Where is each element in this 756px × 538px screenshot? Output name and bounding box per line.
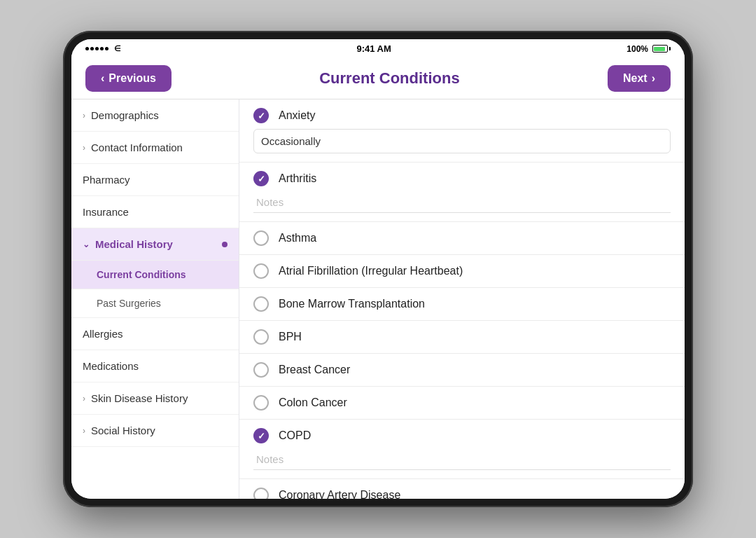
condition-item: Atrial Fibrillation (Irregular Heartbeat… — [239, 255, 685, 288]
status-right: 100% — [626, 44, 671, 54]
condition-item: Arthritis — [239, 163, 685, 222]
condition-row: Arthritis — [253, 171, 671, 186]
condition-item: BPH — [239, 321, 685, 354]
page-title: Current Conditions — [319, 69, 459, 88]
condition-row: Breast Cancer — [253, 362, 671, 378]
condition-label: BPH — [279, 331, 302, 343]
chevron-right-icon: › — [83, 111, 85, 120]
main-content: › Demographics › Contact Information Pha… — [71, 99, 685, 499]
condition-item: COPD — [239, 420, 685, 479]
checkbox-unchecked[interactable] — [253, 488, 269, 499]
sidebar-item-contact-information[interactable]: › Contact Information — [71, 132, 239, 164]
conditions-panel: AnxietyArthritisAsthmaAtrial Fibrillatio… — [239, 99, 685, 499]
sidebar-item-label: Insurance — [83, 206, 129, 218]
sidebar-item-insurance[interactable]: Insurance — [71, 196, 239, 228]
next-button[interactable]: Next › — [608, 65, 671, 92]
checkbox-unchecked[interactable] — [253, 362, 269, 378]
status-left: ∈ — [85, 44, 121, 53]
checkbox-checked[interactable] — [253, 428, 269, 443]
sidebar-item-label: Contact Information — [91, 142, 183, 153]
checkbox-unchecked[interactable] — [253, 263, 269, 279]
sidebar-item-label: Demographics — [91, 109, 159, 121]
condition-label: Colon Cancer — [279, 396, 347, 409]
device-frame: ∈ 9:41 AM 100% ‹ Previous Current Condit… — [63, 31, 693, 507]
checkbox-checked[interactable] — [253, 171, 269, 186]
notes-input[interactable] — [253, 192, 671, 213]
device-screen: ∈ 9:41 AM 100% ‹ Previous Current Condit… — [71, 39, 685, 499]
sidebar-item-label: Skin Disease History — [91, 392, 188, 404]
previous-label: Previous — [108, 72, 156, 85]
condition-item: Breast Cancer — [239, 354, 685, 387]
sidebar-item-label: Pharmacy — [83, 174, 130, 186]
sidebar-item-label: Social History — [91, 425, 155, 436]
sidebar-item-label: Medications — [83, 360, 139, 372]
chevron-right-icon: › — [83, 143, 85, 153]
battery-icon — [652, 45, 671, 53]
chevron-down-icon: ⌄ — [83, 240, 90, 249]
condition-item: Coronary Artery Disease — [239, 479, 685, 499]
notes-input[interactable] — [253, 449, 671, 470]
sub-item-label: Past Surgeries — [97, 298, 161, 309]
checkbox-unchecked[interactable] — [253, 230, 269, 246]
condition-label: COPD — [279, 429, 311, 442]
sidebar-item-medical-history[interactable]: ⌄ Medical History — [71, 228, 239, 261]
condition-row: COPD — [253, 428, 671, 443]
condition-row: Asthma — [253, 230, 671, 246]
condition-row: Atrial Fibrillation (Irregular Heartbeat… — [253, 263, 671, 279]
condition-label: Coronary Artery Disease — [279, 489, 400, 499]
sidebar-item-skin-disease-history[interactable]: › Skin Disease History — [71, 382, 239, 415]
sidebar-item-medications[interactable]: Medications — [71, 350, 239, 382]
battery-label: 100% — [626, 44, 648, 54]
chevron-left-icon: ‹ — [101, 72, 104, 85]
condition-label: Asthma — [279, 232, 316, 244]
chevron-right-icon: › — [652, 72, 655, 85]
sidebar: › Demographics › Contact Information Pha… — [71, 99, 239, 499]
checkbox-unchecked[interactable] — [253, 329, 269, 345]
condition-label: Breast Cancer — [279, 364, 350, 376]
wifi-icon: ∈ — [114, 44, 121, 53]
notes-input[interactable] — [253, 129, 671, 153]
condition-row: Coronary Artery Disease — [253, 488, 671, 499]
active-dot — [222, 242, 227, 247]
chevron-right-icon: › — [83, 426, 85, 436]
previous-button[interactable]: ‹ Previous — [85, 65, 172, 92]
sidebar-sub-item-past-surgeries[interactable]: Past Surgeries — [71, 289, 239, 318]
condition-item: Colon Cancer — [239, 387, 685, 420]
condition-label: Bone Marrow Transplantation — [279, 298, 425, 310]
sidebar-item-pharmacy[interactable]: Pharmacy — [71, 164, 239, 196]
condition-row: BPH — [253, 329, 671, 345]
sidebar-item-label: Allergies — [83, 328, 123, 340]
sidebar-item-demographics[interactable]: › Demographics — [71, 99, 239, 132]
condition-item: Asthma — [239, 222, 685, 255]
sidebar-item-label: Medical History — [95, 238, 173, 250]
app-header: ‹ Previous Current Conditions Next › — [71, 58, 685, 99]
signal-icon — [85, 47, 108, 50]
sub-item-label: Current Conditions — [97, 269, 186, 280]
checkbox-unchecked[interactable] — [253, 296, 269, 312]
sidebar-item-allergies[interactable]: Allergies — [71, 318, 239, 350]
checkbox-unchecked[interactable] — [253, 395, 269, 411]
condition-row: Bone Marrow Transplantation — [253, 296, 671, 312]
condition-row: Colon Cancer — [253, 395, 671, 411]
sidebar-item-social-history[interactable]: › Social History — [71, 415, 239, 447]
condition-item: Bone Marrow Transplantation — [239, 288, 685, 321]
condition-label: Anxiety — [279, 109, 315, 122]
checkbox-checked[interactable] — [253, 108, 269, 123]
sidebar-sub-item-current-conditions[interactable]: Current Conditions — [71, 261, 239, 289]
condition-row: Anxiety — [253, 108, 671, 123]
condition-label: Atrial Fibrillation (Irregular Heartbeat… — [279, 265, 463, 277]
condition-label: Arthritis — [279, 172, 316, 185]
status-time: 9:41 AM — [356, 43, 391, 54]
chevron-right-icon: › — [83, 394, 85, 404]
status-bar: ∈ 9:41 AM 100% — [71, 39, 685, 58]
next-label: Next — [623, 72, 648, 85]
condition-item: Anxiety — [239, 99, 685, 163]
